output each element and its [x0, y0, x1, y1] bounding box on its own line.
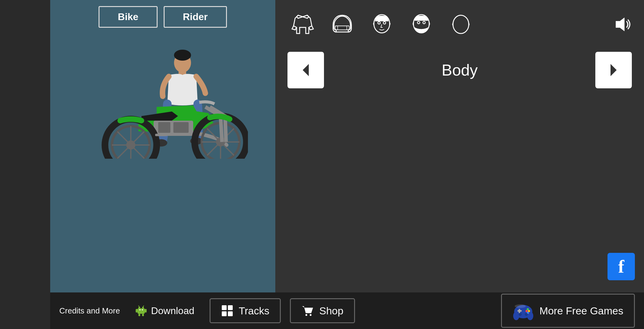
face3-button[interactable]	[446, 9, 476, 40]
svg-rect-53	[519, 309, 520, 313]
shop-cart-icon	[301, 305, 314, 317]
download-label: Download	[151, 305, 194, 317]
svg-point-37	[139, 309, 141, 310]
svg-point-27	[417, 21, 420, 24]
tracks-label: Tracks	[239, 305, 270, 317]
more-games-button[interactable]: More Free Games	[501, 294, 635, 328]
svg-rect-46	[228, 311, 233, 316]
svg-point-1	[174, 50, 191, 61]
svg-point-58	[519, 313, 522, 316]
svg-rect-36	[138, 308, 145, 314]
gamepad-icon	[513, 300, 534, 321]
svg-point-24	[378, 22, 380, 24]
left-arrow-icon	[298, 62, 313, 78]
facebook-button[interactable]: f	[607, 253, 635, 280]
rider-tab[interactable]: Rider	[164, 6, 227, 28]
sound-icon	[611, 12, 632, 37]
bike-panel: Bike Rider	[50, 0, 275, 329]
svg-rect-22	[155, 134, 167, 136]
prev-arrow-button[interactable]	[287, 52, 324, 88]
bike-tab[interactable]: Bike	[99, 6, 158, 28]
more-games-label: More Free Games	[539, 305, 623, 317]
svg-rect-43	[222, 305, 227, 310]
sound-button[interactable]	[611, 14, 632, 35]
svg-line-34	[138, 306, 139, 307]
svg-marker-31	[611, 64, 617, 76]
svg-rect-41	[136, 309, 138, 313]
svg-point-28	[423, 21, 425, 24]
face3-icon	[449, 12, 473, 37]
svg-rect-39	[138, 314, 140, 316]
svg-point-50	[513, 312, 519, 320]
tracks-button[interactable]: Tracks	[210, 298, 281, 323]
right-arrow-icon	[606, 62, 621, 78]
svg-rect-6	[158, 122, 170, 133]
next-arrow-button[interactable]	[595, 52, 632, 88]
svg-rect-42	[145, 309, 147, 313]
tab-buttons: Bike Rider	[99, 6, 227, 28]
credits-label: Credits and More	[59, 306, 120, 316]
bike-preview	[75, 34, 251, 162]
left-sidebar	[0, 0, 50, 329]
bottom-bar: Credits and More Download	[50, 292, 644, 329]
face2-button[interactable]	[406, 9, 437, 40]
bike-illustration	[78, 37, 248, 159]
svg-point-56	[527, 308, 529, 310]
svg-point-60	[515, 304, 526, 308]
face1-icon	[370, 12, 394, 37]
svg-point-55	[528, 310, 530, 312]
selector-label: Body	[324, 61, 595, 79]
svg-marker-30	[303, 64, 309, 76]
svg-rect-45	[222, 311, 227, 316]
svg-rect-40	[142, 314, 144, 316]
svg-point-59	[525, 313, 528, 316]
svg-rect-7	[173, 122, 189, 133]
helmet-button[interactable]	[327, 9, 357, 40]
svg-point-29	[453, 15, 469, 34]
svg-point-38	[142, 309, 143, 310]
face2-icon	[409, 12, 433, 37]
customize-panel: Body f	[275, 0, 644, 329]
suit-icon	[291, 12, 315, 37]
main-content: Bike Rider	[50, 0, 644, 329]
suit-button[interactable]	[287, 9, 318, 40]
helmet-icon	[330, 12, 354, 37]
svg-point-47	[305, 314, 307, 316]
download-button[interactable]: Download	[129, 302, 200, 320]
face1-button[interactable]	[367, 9, 397, 40]
svg-rect-44	[228, 305, 233, 310]
selector-row: Body	[287, 52, 632, 88]
shop-label: Shop	[319, 305, 343, 317]
svg-line-35	[143, 306, 144, 307]
tracks-grid-icon	[221, 305, 233, 317]
svg-point-25	[383, 22, 386, 24]
icon-row	[287, 9, 632, 40]
svg-point-48	[310, 314, 312, 316]
android-icon	[135, 305, 147, 317]
svg-point-54	[526, 310, 528, 312]
shop-button[interactable]: Shop	[290, 298, 355, 323]
